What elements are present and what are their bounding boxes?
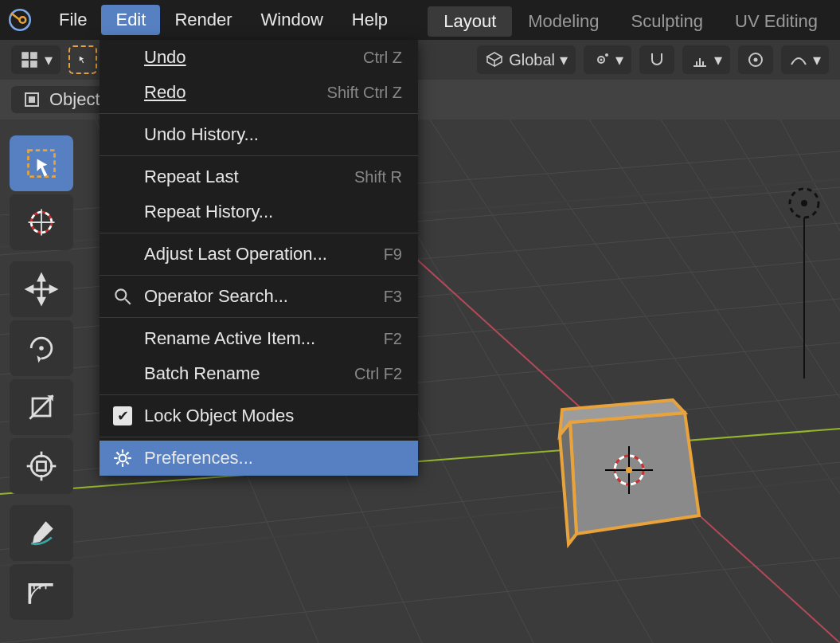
tool-move[interactable] xyxy=(10,261,73,317)
svg-marker-61 xyxy=(27,286,33,292)
orientation-label: Global xyxy=(509,51,555,69)
svg-point-64 xyxy=(39,346,44,351)
tool-annotate[interactable] xyxy=(10,505,73,561)
svg-line-35 xyxy=(725,120,840,311)
tab-uv-editing[interactable]: UV Editing xyxy=(719,6,834,37)
menubar: File Edit Render Window Help Layout Mode… xyxy=(0,0,840,40)
tab-layout[interactable]: Layout xyxy=(428,6,512,37)
checkbox-checked-icon: ✔ xyxy=(111,404,135,428)
tool-scale[interactable] xyxy=(10,379,73,435)
proportional-falloff-dropdown[interactable]: ▾ xyxy=(781,45,829,74)
snap-toggle[interactable] xyxy=(639,45,674,74)
proportional-edit-toggle[interactable] xyxy=(738,45,773,74)
svg-marker-60 xyxy=(38,298,44,304)
svg-marker-41 xyxy=(570,413,699,534)
svg-point-15 xyxy=(754,58,758,62)
default-cube[interactable] xyxy=(560,400,699,544)
svg-point-50 xyxy=(801,200,807,206)
tool-cursor[interactable] xyxy=(10,194,73,250)
svg-line-86 xyxy=(116,461,119,464)
svg-line-34 xyxy=(661,120,840,398)
edit-redo[interactable]: Redo Shift Ctrl Z xyxy=(100,75,418,110)
svg-line-38 xyxy=(0,478,840,566)
edit-undo-history[interactable]: Undo History... xyxy=(100,117,418,152)
tool-transform[interactable] xyxy=(10,438,73,494)
svg-line-84 xyxy=(116,452,119,454)
svg-point-8 xyxy=(600,59,603,61)
svg-line-26 xyxy=(0,558,840,643)
edit-menu-dropdown: Undo Ctrl Z Redo Shift Ctrl Z Undo Histo… xyxy=(100,40,418,476)
svg-line-36 xyxy=(780,120,840,231)
svg-rect-69 xyxy=(37,462,46,471)
editor-type-dropdown[interactable]: ▾ xyxy=(11,45,61,74)
svg-point-48 xyxy=(626,467,632,473)
edit-operator-search[interactable]: Operator Search... F3 xyxy=(100,279,418,314)
svg-point-9 xyxy=(605,53,608,57)
svg-line-87 xyxy=(126,452,128,454)
svg-line-78 xyxy=(125,299,131,304)
edit-repeat-last[interactable]: Repeat Last Shift R xyxy=(100,159,418,194)
light-gizmo[interactable] xyxy=(790,189,819,378)
svg-rect-6 xyxy=(30,61,37,68)
menu-file[interactable]: File xyxy=(45,5,101,35)
tool-strip xyxy=(10,135,73,620)
tab-modeling[interactable]: Modeling xyxy=(512,6,615,37)
svg-rect-4 xyxy=(30,52,37,59)
edit-repeat-history[interactable]: Repeat History... xyxy=(100,194,418,229)
svg-point-2 xyxy=(21,18,25,22)
gear-icon xyxy=(111,446,135,470)
edit-adjust-last-operation[interactable]: Adjust Last Operation... F9 xyxy=(100,237,418,272)
orientation-dropdown[interactable]: Global ▾ xyxy=(477,45,576,74)
blender-logo-icon[interactable] xyxy=(6,6,33,33)
svg-marker-62 xyxy=(50,286,56,292)
snap-type-dropdown[interactable]: ▾ xyxy=(682,45,730,74)
select-box-icon[interactable] xyxy=(68,45,97,74)
svg-marker-63 xyxy=(37,355,42,363)
svg-rect-3 xyxy=(21,52,29,59)
edit-batch-rename[interactable]: Batch Rename Ctrl F2 xyxy=(100,356,418,391)
menu-render[interactable]: Render xyxy=(160,5,246,35)
edit-undo[interactable]: Undo Ctrl Z xyxy=(100,40,418,75)
svg-point-68 xyxy=(31,456,52,476)
svg-rect-17 xyxy=(29,96,35,103)
workspace-tabs: Layout Modeling Sculpting UV Editing xyxy=(428,6,834,37)
pivot-dropdown[interactable]: ▾ xyxy=(584,45,631,74)
svg-rect-5 xyxy=(21,61,29,68)
svg-point-77 xyxy=(115,289,126,300)
tool-measure[interactable] xyxy=(10,564,73,620)
edit-lock-object-modes[interactable]: ✔ Lock Object Modes xyxy=(100,398,418,433)
svg-point-79 xyxy=(119,455,127,462)
svg-marker-59 xyxy=(38,275,44,280)
edit-rename-active-item[interactable]: Rename Active Item... F2 xyxy=(100,321,418,356)
tab-sculpting[interactable]: Sculpting xyxy=(615,6,720,37)
svg-line-85 xyxy=(126,461,128,464)
menu-edit[interactable]: Edit xyxy=(101,5,160,35)
edit-preferences[interactable]: Preferences... xyxy=(100,441,418,476)
tool-rotate[interactable] xyxy=(10,320,73,376)
menu-window[interactable]: Window xyxy=(247,5,338,35)
menu-help[interactable]: Help xyxy=(338,5,402,35)
tool-select-box[interactable] xyxy=(10,135,73,191)
search-icon xyxy=(111,284,135,308)
